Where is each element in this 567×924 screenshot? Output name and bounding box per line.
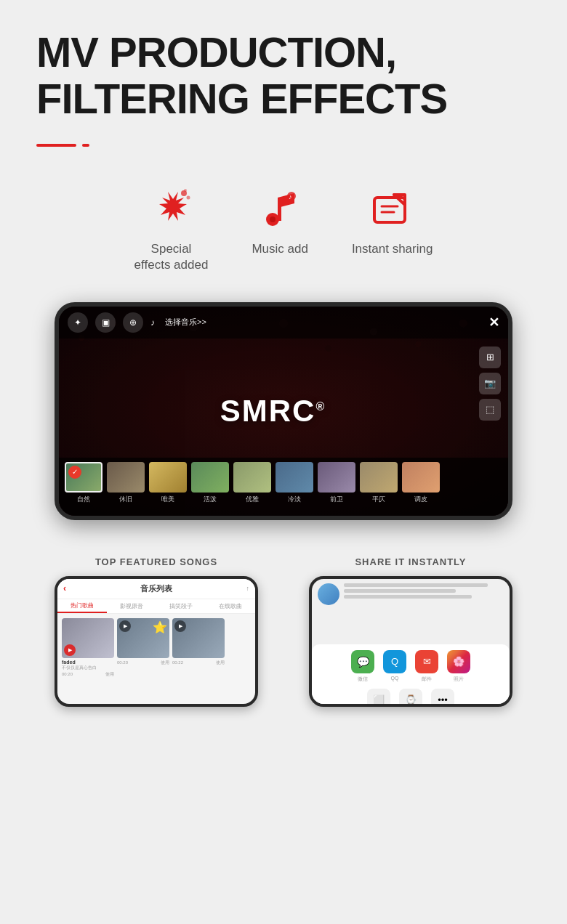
songs-card-title: TOP FEATURED SONGS: [95, 556, 217, 567]
phone-icon: ⌚: [399, 689, 422, 707]
filter-label-elegant: 唯美: [161, 495, 174, 504]
wechat-label: 微信: [358, 676, 368, 683]
phone-landscape: ✦ ▣ ⊕ ♪ 选择音乐>> ✕ SMRC® ⊞ 📷 ⬚: [55, 302, 512, 520]
filter-check-natural: ✓: [68, 466, 81, 479]
divider: [36, 144, 531, 147]
screen-right-icons: ⊞ 📷 ⬚: [479, 346, 501, 421]
share-icons-row-1: 💬 微信 Q QQ: [318, 650, 504, 683]
filter-thumb-playful: [402, 462, 440, 493]
tab-hot-songs[interactable]: 热门歌曲: [57, 599, 107, 613]
page-container: MV PRODUCTION, FILTERING EFFECTS Special…: [0, 0, 567, 924]
music-time-row-1: 00:20 使用: [62, 671, 114, 678]
music-use-btn-3[interactable]: 使用: [216, 660, 225, 666]
filter-item-graceful[interactable]: 优雅: [233, 462, 271, 504]
music-item-3[interactable]: ▶ 00:22 使用: [172, 618, 225, 679]
small-phone-songs: ‹ 音乐列表 ↑ 热门歌曲 影视原音 搞笑段子 在线歌曲 ▶: [55, 576, 258, 707]
share-text-2: [344, 589, 456, 593]
mail-icon: ✉: [415, 650, 438, 673]
music-info-1: faded 不仅仅是真心告白 00:20 使用: [62, 658, 114, 679]
tab-funny[interactable]: 搞笑段子: [156, 599, 206, 613]
music-item-1[interactable]: ▶ faded 不仅仅是真心告白 00:20 使用: [62, 618, 114, 679]
photos-label: 照片: [454, 676, 464, 683]
music-select-text: 选择音乐>>: [165, 317, 206, 328]
qq-symbol: Q: [391, 656, 398, 667]
feature-music-add: ♪ Music add: [252, 183, 307, 273]
music-use-btn-2[interactable]: 使用: [161, 660, 169, 666]
music-info-3: 00:22 使用: [172, 658, 225, 668]
share-text-1: [344, 583, 488, 587]
tab-film-music[interactable]: 影视原音: [107, 599, 156, 613]
qq-icon: Q: [383, 650, 406, 673]
music-note-icon: ♪: [150, 317, 155, 328]
filter-item-avant[interactable]: 前卫: [318, 462, 355, 504]
music-header-share-icon: ↑: [246, 585, 250, 592]
music-header: ‹ 音乐列表 ↑: [57, 579, 255, 599]
filter-item-flat[interactable]: 平仄: [360, 462, 398, 504]
share-photos[interactable]: 🌸 照片: [447, 650, 470, 683]
filter-label-natural: 自然: [77, 495, 90, 504]
music-time-2: 00:20: [117, 660, 128, 665]
filter-thumb-natural: ✓: [65, 462, 102, 493]
tab-online-songs[interactable]: 在线歌曲: [206, 599, 255, 613]
share-more[interactable]: ••• 更多: [431, 689, 454, 707]
music-list-title: 音乐列表: [72, 583, 241, 594]
music-thumb-2: ▶ ⭐: [117, 618, 169, 658]
share-mail[interactable]: ✉ 邮件: [415, 650, 438, 683]
phone-symbol: ⌚: [405, 694, 417, 705]
music-icon: ♪: [254, 183, 305, 234]
photos-icon: 🌸: [447, 650, 470, 673]
share-screen: 💬 微信 Q QQ: [312, 579, 510, 704]
filter-label-graceful: 优雅: [246, 495, 259, 504]
music-use-btn-1[interactable]: 使用: [105, 671, 114, 678]
wechat-icon: 💬: [351, 650, 374, 673]
music-play-3: ▶: [174, 620, 186, 632]
registered-mark: ®: [315, 400, 326, 413]
music-list-screen: ‹ 音乐列表 ↑ 热门歌曲 影视原音 搞笑段子 在线歌曲 ▶: [57, 579, 255, 704]
back-icon[interactable]: ‹: [63, 583, 66, 593]
feature-instant-sharing-label: Instant sharing: [352, 241, 433, 257]
filter-label-avant: 前卫: [330, 495, 343, 504]
share-text-3: [344, 595, 472, 599]
filter-item-natural[interactable]: ✓ 自然: [65, 462, 102, 504]
filter-item-cold[interactable]: 冷淡: [276, 462, 313, 504]
wechat-symbol: 💬: [357, 656, 369, 668]
camera-icon-btn[interactable]: ▣: [95, 312, 116, 333]
settings-icon-btn[interactable]: ⊕: [123, 312, 143, 333]
magic-icon-btn[interactable]: ✦: [68, 312, 88, 333]
grid-icon-btn[interactable]: ⊞: [479, 346, 501, 368]
filter-thumb-elegant: [149, 462, 187, 493]
svg-point-1: [187, 196, 190, 200]
music-sub-1: 不仅仅是真心告白: [62, 665, 114, 671]
close-icon[interactable]: ✕: [488, 315, 499, 331]
music-play-1: ▶: [64, 644, 76, 656]
bottom-card-songs: TOP FEATURED SONGS ‹ 音乐列表 ↑ 热门歌曲 影视原音 搞笑…: [40, 556, 273, 707]
divider-long: [36, 144, 76, 147]
filter-item-elegant[interactable]: 唯美: [149, 462, 187, 504]
share-icon: [367, 183, 418, 234]
music-time-row-2: 00:20 使用: [117, 660, 169, 666]
share-panel: 💬 微信 Q QQ: [312, 644, 510, 707]
filter-item-playful[interactable]: 调皮: [402, 462, 440, 504]
phone-side-button: [55, 365, 57, 390]
share-save[interactable]: ⬜ 存储: [367, 689, 390, 707]
feature-music-add-label: Music add: [252, 241, 307, 257]
svg-point-2: [184, 189, 187, 192]
share-qq[interactable]: Q QQ: [383, 650, 406, 683]
share-wechat[interactable]: 💬 微信: [351, 650, 374, 683]
filter-item-lively[interactable]: 活泼: [191, 462, 229, 504]
filter-item-vintage[interactable]: 休旧: [107, 462, 145, 504]
share-avatar: [318, 583, 339, 605]
smrc-text: SMRC: [220, 394, 316, 428]
music-item-2[interactable]: ▶ ⭐ 00:20 使用: [117, 618, 169, 679]
screen-top-bar: ✦ ▣ ⊕ ♪ 选择音乐>> ✕: [59, 307, 508, 339]
video-icon-btn[interactable]: ⬚: [479, 399, 501, 421]
music-thumb-3: ▶: [172, 618, 225, 658]
music-time-1: 00:20: [62, 672, 73, 676]
filter-label-playful: 调皮: [414, 495, 427, 504]
filter-label-flat: 平仄: [372, 495, 385, 504]
share-phone[interactable]: ⌚ 手机: [399, 689, 422, 707]
filter-thumb-lively: [191, 462, 229, 493]
camera2-icon-btn[interactable]: 📷: [479, 373, 501, 394]
svg-point-4: [270, 216, 276, 222]
bottom-section: TOP FEATURED SONGS ‹ 音乐列表 ↑ 热门歌曲 影视原音 搞笑…: [36, 556, 531, 707]
